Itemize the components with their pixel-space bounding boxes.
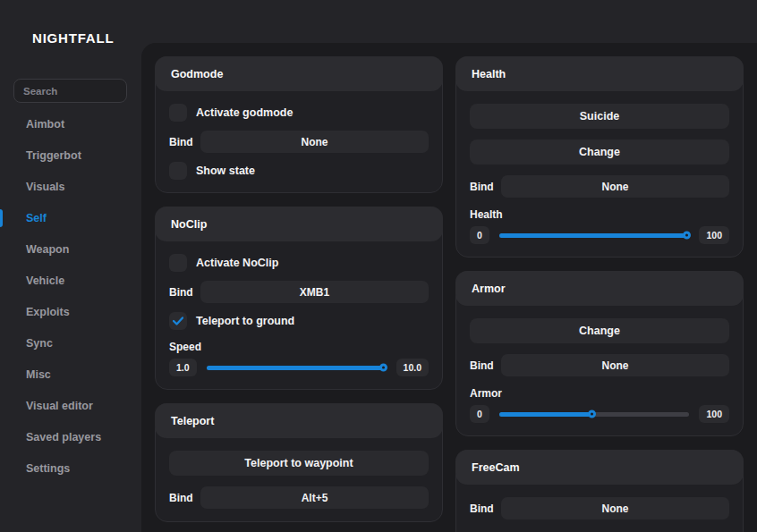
sidebar-item-label: Self: [26, 212, 47, 224]
health-change-button[interactable]: Change: [470, 139, 729, 165]
panel-noclip-header: NoClip: [155, 207, 443, 241]
sidebar-item-label: Settings: [26, 462, 70, 475]
panel-title: Health: [472, 68, 506, 80]
sidebar-item-label: Exploits: [26, 306, 70, 318]
sidebar-item-saved-players[interactable]: Saved players: [0, 421, 141, 452]
sidebar-item-label: Visuals: [26, 181, 65, 193]
noclip-activate-checkbox[interactable]: [169, 254, 187, 272]
panel-godmode-body: Activate godmode Bind None Show state: [156, 90, 442, 192]
panel-teleport-header: Teleport: [155, 403, 443, 438]
armor-bind-button[interactable]: None: [501, 354, 729, 376]
sidebar-nav: Aimbot Triggerbot Visuals Self Weapon Ve…: [0, 108, 141, 484]
panel-freecam-body: Bind None: [456, 484, 743, 532]
noclip-bind-row: Bind XMB1: [169, 281, 429, 303]
sidebar-item-label: Weapon: [26, 243, 69, 256]
slider-max-value: 100: [699, 226, 729, 244]
godmode-show-state-checkbox[interactable]: [169, 162, 187, 180]
search-input[interactable]: [13, 79, 127, 103]
sidebar-item-label: Triggerbot: [26, 149, 81, 162]
panel-teleport-body: Teleport to waypoint Bind Alt+5: [156, 437, 442, 521]
bind-label: Bind: [470, 181, 501, 193]
panel-armor: Armor Change Bind None Armor 0 100: [455, 271, 744, 436]
panel-noclip: NoClip Activate NoClip Bind XMB1: [155, 207, 443, 390]
slider-thumb[interactable]: [379, 364, 387, 372]
left-column: Godmode Activate godmode Bind None: [155, 56, 443, 522]
bind-label: Bind: [470, 502, 501, 515]
panel-title: Teleport: [171, 415, 214, 427]
sidebar-item-label: Saved players: [26, 431, 101, 443]
sidebar-item-weapon[interactable]: Weapon: [0, 233, 141, 265]
right-column: Health Suicide Change Bind None Health 0…: [455, 56, 744, 532]
noclip-speed-label: Speed: [169, 341, 429, 353]
slider-thumb[interactable]: [588, 410, 596, 418]
noclip-speed-slider: 1.0 10.0: [169, 359, 429, 376]
teleport-bind-row: Bind Alt+5: [169, 486, 429, 509]
sidebar-item-label: Aimbot: [26, 118, 64, 131]
sidebar-item-visual-editor[interactable]: Visual editor: [0, 390, 141, 421]
panel-health-body: Suicide Change Bind None Health 0 100: [456, 90, 743, 257]
panel-godmode-header: Godmode: [155, 56, 443, 91]
armor-change-button[interactable]: Change: [470, 318, 729, 343]
godmode-show-state-label: Show state: [196, 165, 255, 177]
sidebar-item-misc[interactable]: Misc: [0, 359, 141, 390]
armor-slider-label: Armor: [470, 387, 729, 400]
sidebar-item-settings[interactable]: Settings: [0, 452, 141, 484]
panel-title: FreeCam: [472, 461, 520, 474]
bind-label: Bind: [470, 359, 501, 372]
health-slider-label: Health: [470, 208, 729, 221]
slider-thumb[interactable]: [683, 232, 691, 240]
sidebar-item-label: Visual editor: [26, 400, 93, 412]
noclip-activate-row: Activate NoClip: [169, 254, 429, 272]
teleport-to-waypoint-button[interactable]: Teleport to waypoint: [169, 451, 429, 476]
panel-armor-body: Change Bind None Armor 0 100: [456, 305, 743, 435]
slider-min-value: 0: [470, 405, 489, 423]
panel-title: Godmode: [171, 68, 223, 80]
panel-armor-header: Armor: [455, 271, 744, 306]
check-icon: [173, 317, 183, 325]
panel-health: Health Suicide Change Bind None Health 0…: [455, 56, 744, 258]
panel-freecam: FreeCam Bind None: [455, 450, 744, 532]
freecam-bind-row: Bind None: [470, 497, 729, 519]
noclip-activate-label: Activate NoClip: [196, 257, 278, 269]
sidebar-item-exploits[interactable]: Exploits: [0, 296, 141, 327]
armor-slider: 0 100: [470, 405, 729, 423]
godmode-bind-button[interactable]: None: [200, 131, 429, 153]
main-content: Godmode Activate godmode Bind None: [141, 43, 757, 532]
slider-min-value: 1.0: [169, 359, 197, 376]
godmode-activate-checkbox[interactable]: [169, 104, 187, 122]
sidebar-item-sync[interactable]: Sync: [0, 327, 141, 359]
bind-label: Bind: [169, 492, 200, 504]
app-title: NIGHTFALL: [32, 30, 141, 46]
sidebar-item-vehicle[interactable]: Vehicle: [0, 265, 141, 296]
slider-track[interactable]: [499, 412, 690, 417]
slider-track[interactable]: [207, 366, 387, 370]
godmode-activate-label: Activate godmode: [196, 106, 293, 119]
health-slider: 0 100: [470, 226, 729, 244]
godmode-show-state-row: Show state: [169, 162, 429, 180]
panel-title: NoClip: [171, 218, 207, 231]
panel-freecam-header: FreeCam: [455, 450, 744, 485]
sidebar-item-label: Misc: [26, 368, 51, 381]
panel-title: Armor: [472, 283, 506, 295]
panel-godmode: Godmode Activate godmode Bind None: [155, 56, 443, 193]
bind-label: Bind: [169, 286, 200, 299]
slider-max-value: 100: [699, 405, 729, 423]
noclip-bind-button[interactable]: XMB1: [200, 281, 429, 303]
panel-noclip-body: Activate NoClip Bind XMB1 Teleport to gr…: [156, 241, 442, 389]
panel-health-header: Health: [455, 56, 744, 91]
health-bind-row: Bind None: [470, 175, 729, 198]
sidebar-item-triggerbot[interactable]: Triggerbot: [0, 139, 141, 171]
panel-teleport: Teleport Teleport to waypoint Bind Alt+5: [155, 403, 443, 522]
sidebar-item-self[interactable]: Self: [0, 202, 141, 233]
suicide-button[interactable]: Suicide: [470, 104, 729, 129]
noclip-teleport-ground-row: Teleport to ground: [169, 312, 429, 330]
freecam-bind-button[interactable]: None: [501, 497, 729, 519]
sidebar-item-aimbot[interactable]: Aimbot: [0, 108, 141, 139]
sidebar-item-label: Sync: [26, 337, 53, 350]
noclip-teleport-ground-checkbox[interactable]: [169, 312, 187, 330]
sidebar-item-visuals[interactable]: Visuals: [0, 171, 141, 202]
teleport-bind-button[interactable]: Alt+5: [200, 486, 429, 509]
godmode-activate-row: Activate godmode: [169, 104, 429, 122]
slider-track[interactable]: [499, 233, 690, 238]
health-bind-button[interactable]: None: [501, 175, 729, 198]
